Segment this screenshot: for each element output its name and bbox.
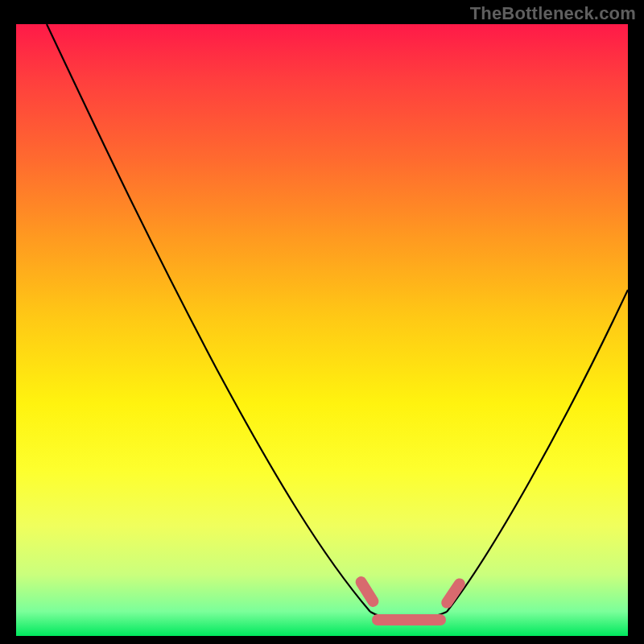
curve-right-branch — [447, 290, 628, 612]
curve-left-branch — [47, 24, 370, 612]
watermark-text: TheBottleneck.com — [470, 3, 636, 24]
curve-svg — [16, 24, 628, 636]
chart-frame: TheBottleneck.com — [0, 0, 644, 644]
valley-flat-marker — [372, 614, 446, 625]
plot-area — [16, 24, 628, 636]
